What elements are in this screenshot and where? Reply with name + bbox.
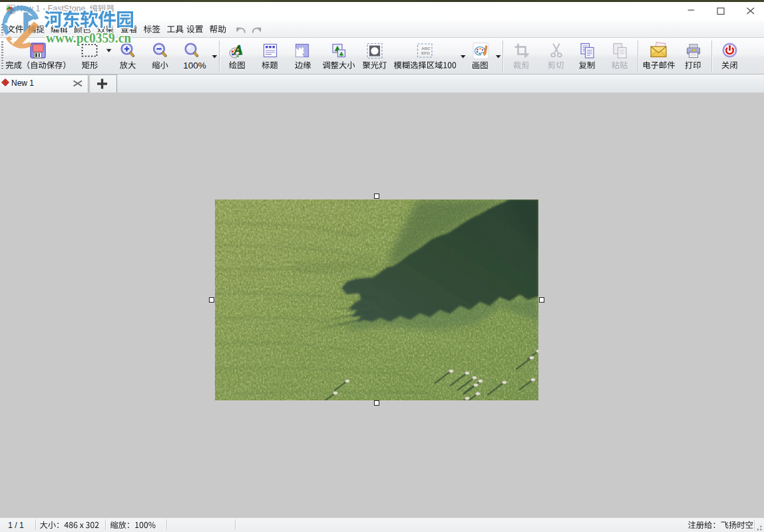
svg-text:ABC: ABC [421, 46, 431, 51]
svg-text:www.pc0359.cn: www.pc0359.cn [46, 30, 131, 46]
svg-text:EFG: EFG [421, 51, 430, 55]
svg-text:1 / 1: 1 / 1 [8, 521, 24, 530]
svg-text:A: A [233, 43, 243, 57]
svg-text:100%: 100% [183, 61, 206, 70]
